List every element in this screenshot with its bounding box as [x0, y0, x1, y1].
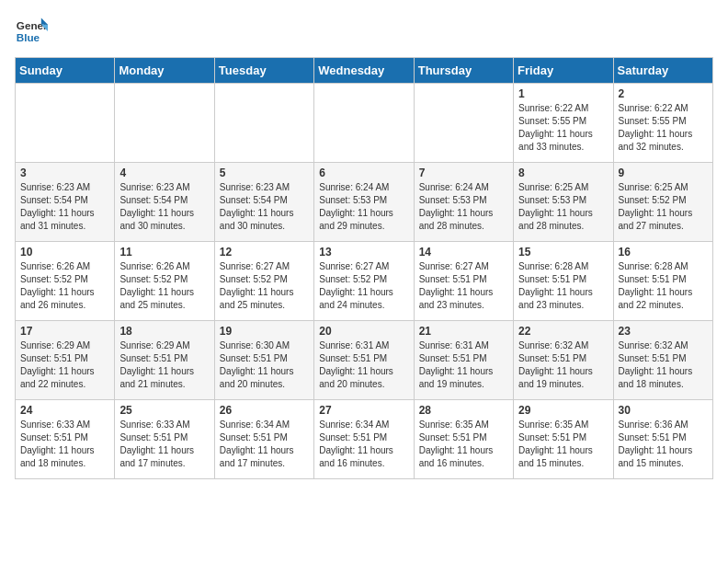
calendar-cell: 27Sunrise: 6:34 AM Sunset: 5:51 PM Dayli… [314, 400, 414, 479]
day-info: Sunrise: 6:27 AM Sunset: 5:51 PM Dayligh… [419, 260, 508, 312]
calendar-cell: 16Sunrise: 6:28 AM Sunset: 5:51 PM Dayli… [613, 242, 712, 321]
day-number: 2 [619, 87, 708, 100]
calendar-cell: 3Sunrise: 6:23 AM Sunset: 5:54 PM Daylig… [16, 163, 115, 242]
day-number: 22 [518, 325, 608, 338]
calendar-cell: 12Sunrise: 6:27 AM Sunset: 5:52 PM Dayli… [214, 242, 313, 321]
day-info: Sunrise: 6:35 AM Sunset: 5:51 PM Dayligh… [518, 419, 608, 470]
calendar-cell: 29Sunrise: 6:35 AM Sunset: 5:51 PM Dayli… [514, 400, 613, 479]
day-info: Sunrise: 6:33 AM Sunset: 5:51 PM Dayligh… [119, 419, 209, 470]
day-number: 5 [220, 167, 309, 179]
day-number: 4 [119, 167, 209, 179]
day-number: 28 [419, 404, 508, 417]
logo: General Blue [15, 15, 48, 48]
day-number: 27 [319, 404, 408, 417]
day-info: Sunrise: 6:24 AM Sunset: 5:53 PM Dayligh… [319, 181, 408, 233]
calendar-cell: 26Sunrise: 6:34 AM Sunset: 5:51 PM Dayli… [214, 400, 313, 479]
calendar-cell: 9Sunrise: 6:25 AM Sunset: 5:52 PM Daylig… [613, 163, 712, 242]
calendar-cell: 13Sunrise: 6:27 AM Sunset: 5:52 PM Dayli… [314, 242, 414, 321]
header-row: SundayMondayTuesdayWednesdayThursdayFrid… [16, 58, 713, 84]
calendar-cell: 14Sunrise: 6:27 AM Sunset: 5:51 PM Dayli… [414, 242, 513, 321]
day-number: 6 [319, 167, 408, 179]
day-info: Sunrise: 6:23 AM Sunset: 5:54 PM Dayligh… [220, 181, 309, 233]
calendar-cell: 17Sunrise: 6:29 AM Sunset: 5:51 PM Dayli… [16, 321, 115, 400]
day-info: Sunrise: 6:24 AM Sunset: 5:53 PM Dayligh… [419, 181, 508, 233]
calendar-cell: 23Sunrise: 6:32 AM Sunset: 5:51 PM Dayli… [613, 321, 712, 400]
day-info: Sunrise: 6:25 AM Sunset: 5:52 PM Dayligh… [619, 181, 708, 233]
day-number: 16 [619, 246, 708, 259]
weekday-header-saturday: Saturday [613, 58, 712, 84]
weekday-header-thursday: Thursday [414, 58, 513, 84]
day-number: 29 [518, 404, 608, 417]
calendar-cell: 15Sunrise: 6:28 AM Sunset: 5:51 PM Dayli… [514, 242, 613, 321]
calendar-cell: 7Sunrise: 6:24 AM Sunset: 5:53 PM Daylig… [414, 163, 513, 242]
day-info: Sunrise: 6:35 AM Sunset: 5:51 PM Dayligh… [419, 419, 508, 470]
calendar-cell: 21Sunrise: 6:31 AM Sunset: 5:51 PM Dayli… [414, 321, 513, 400]
day-number: 15 [518, 246, 608, 259]
day-number: 3 [20, 167, 109, 179]
calendar-cell: 30Sunrise: 6:36 AM Sunset: 5:51 PM Dayli… [613, 400, 712, 479]
day-info: Sunrise: 6:34 AM Sunset: 5:51 PM Dayligh… [220, 419, 309, 470]
day-info: Sunrise: 6:32 AM Sunset: 5:51 PM Dayligh… [518, 339, 608, 391]
calendar-cell [115, 84, 214, 163]
calendar-cell [214, 84, 313, 163]
day-number: 17 [20, 325, 109, 338]
day-info: Sunrise: 6:23 AM Sunset: 5:54 PM Dayligh… [119, 181, 209, 233]
calendar-cell [414, 84, 513, 163]
calendar-cell: 19Sunrise: 6:30 AM Sunset: 5:51 PM Dayli… [214, 321, 313, 400]
calendar-cell: 28Sunrise: 6:35 AM Sunset: 5:51 PM Dayli… [414, 400, 513, 479]
day-info: Sunrise: 6:25 AM Sunset: 5:53 PM Dayligh… [518, 181, 608, 233]
day-info: Sunrise: 6:29 AM Sunset: 5:51 PM Dayligh… [20, 339, 109, 391]
day-number: 23 [619, 325, 708, 338]
day-info: Sunrise: 6:33 AM Sunset: 5:51 PM Dayligh… [20, 419, 109, 470]
day-number: 9 [619, 167, 708, 179]
day-info: Sunrise: 6:30 AM Sunset: 5:51 PM Dayligh… [220, 339, 309, 391]
header: General Blue [15, 15, 713, 48]
calendar-cell: 25Sunrise: 6:33 AM Sunset: 5:51 PM Dayli… [115, 400, 214, 479]
calendar-cell: 4Sunrise: 6:23 AM Sunset: 5:54 PM Daylig… [115, 163, 214, 242]
week-row-4: 17Sunrise: 6:29 AM Sunset: 5:51 PM Dayli… [16, 321, 713, 400]
day-number: 14 [419, 246, 508, 259]
day-number: 25 [119, 404, 209, 417]
week-row-5: 24Sunrise: 6:33 AM Sunset: 5:51 PM Dayli… [16, 400, 713, 479]
day-number: 24 [20, 404, 109, 417]
calendar-cell: 6Sunrise: 6:24 AM Sunset: 5:53 PM Daylig… [314, 163, 414, 242]
weekday-header-monday: Monday [115, 58, 214, 84]
logo-icon: General Blue [15, 15, 48, 48]
weekday-header-sunday: Sunday [16, 58, 115, 84]
day-info: Sunrise: 6:32 AM Sunset: 5:51 PM Dayligh… [619, 339, 708, 391]
day-number: 21 [419, 325, 508, 338]
calendar-cell: 10Sunrise: 6:26 AM Sunset: 5:52 PM Dayli… [16, 242, 115, 321]
calendar-cell [16, 84, 115, 163]
day-info: Sunrise: 6:34 AM Sunset: 5:51 PM Dayligh… [319, 419, 408, 470]
day-number: 30 [619, 404, 708, 417]
day-number: 20 [319, 325, 408, 338]
calendar-table: SundayMondayTuesdayWednesdayThursdayFrid… [15, 57, 713, 479]
day-number: 1 [518, 87, 608, 100]
calendar-cell: 2Sunrise: 6:22 AM Sunset: 5:55 PM Daylig… [613, 84, 712, 163]
weekday-header-wednesday: Wednesday [314, 58, 414, 84]
day-info: Sunrise: 6:22 AM Sunset: 5:55 PM Dayligh… [619, 102, 708, 154]
week-row-1: 1Sunrise: 6:22 AM Sunset: 5:55 PM Daylig… [16, 84, 713, 163]
day-number: 18 [119, 325, 209, 338]
calendar-cell: 20Sunrise: 6:31 AM Sunset: 5:51 PM Dayli… [314, 321, 414, 400]
day-info: Sunrise: 6:28 AM Sunset: 5:51 PM Dayligh… [619, 260, 708, 312]
day-info: Sunrise: 6:27 AM Sunset: 5:52 PM Dayligh… [220, 260, 309, 312]
day-info: Sunrise: 6:22 AM Sunset: 5:55 PM Dayligh… [518, 102, 608, 154]
calendar-cell [314, 84, 414, 163]
calendar-cell: 22Sunrise: 6:32 AM Sunset: 5:51 PM Dayli… [514, 321, 613, 400]
calendar-cell: 18Sunrise: 6:29 AM Sunset: 5:51 PM Dayli… [115, 321, 214, 400]
day-number: 8 [518, 167, 608, 179]
day-number: 19 [220, 325, 309, 338]
calendar-header: SundayMondayTuesdayWednesdayThursdayFrid… [16, 58, 713, 84]
day-number: 26 [220, 404, 309, 417]
day-info: Sunrise: 6:29 AM Sunset: 5:51 PM Dayligh… [119, 339, 209, 391]
day-number: 7 [419, 167, 508, 179]
day-number: 13 [319, 246, 408, 259]
day-info: Sunrise: 6:31 AM Sunset: 5:51 PM Dayligh… [419, 339, 508, 391]
day-info: Sunrise: 6:23 AM Sunset: 5:54 PM Dayligh… [20, 181, 109, 233]
day-number: 11 [119, 246, 209, 259]
day-info: Sunrise: 6:27 AM Sunset: 5:52 PM Dayligh… [319, 260, 408, 312]
calendar-cell: 24Sunrise: 6:33 AM Sunset: 5:51 PM Dayli… [16, 400, 115, 479]
week-row-2: 3Sunrise: 6:23 AM Sunset: 5:54 PM Daylig… [16, 163, 713, 242]
week-row-3: 10Sunrise: 6:26 AM Sunset: 5:52 PM Dayli… [16, 242, 713, 321]
